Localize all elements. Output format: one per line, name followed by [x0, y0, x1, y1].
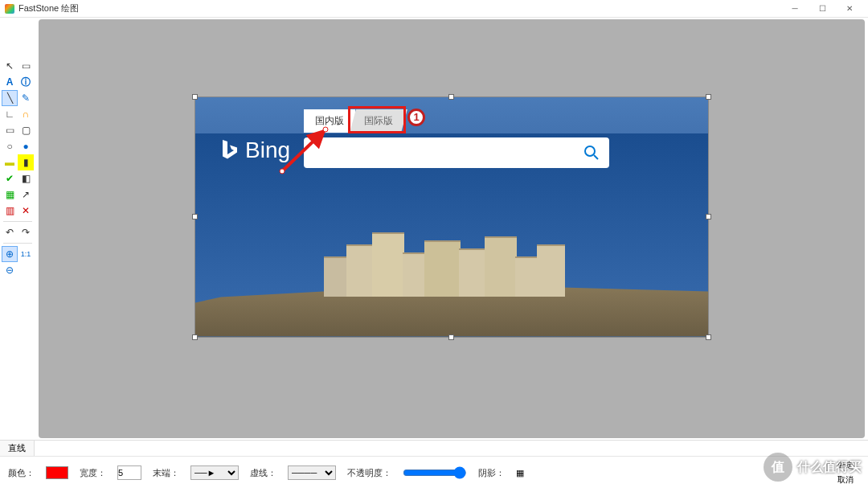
annotation-arrow [276, 121, 340, 178]
window-title: FastStone 绘图 [18, 2, 79, 14]
move-tool[interactable]: ↗ [18, 187, 34, 203]
bottom-panel: 直线 颜色： 宽度： 末端： ──► 虚线： ──── 不透明度： 阴影： ▦ … [0, 440, 868, 488]
opacity-label: 不透明度： [347, 467, 391, 479]
circle-tool[interactable]: ● [18, 138, 34, 154]
marker-tool[interactable]: ✔ [2, 170, 18, 187]
one-to-one-button[interactable]: 1:1 [18, 246, 34, 262]
svg-line-2 [282, 131, 324, 171]
line-tool[interactable]: ╲ [2, 90, 18, 106]
cap-select[interactable]: ──► [190, 465, 239, 480]
info-tool[interactable]: ⓘ [18, 74, 34, 90]
titlebar: FastStone 绘图 ─ ☐ ✕ [0, 0, 868, 18]
rect-tool[interactable]: ▭ [2, 122, 18, 138]
maximize-button[interactable]: ☐ [809, 1, 836, 17]
color-swatch[interactable] [46, 466, 68, 479]
resize-handle[interactable] [448, 94, 454, 100]
close-button[interactable]: ✕ [836, 1, 863, 17]
dash-label: 虚线： [250, 467, 276, 479]
image-tool[interactable]: ▦ [2, 187, 18, 203]
highlighter-tool[interactable]: ▬ [2, 154, 18, 170]
tab-international: 国际版 [350, 109, 407, 133]
shadow-label: 阴影： [478, 467, 505, 479]
tool-palette: ↖▭ Aⓘ ╲✎ ∟∩ ▭▢ ○● ▬▮ ✔◧ ▦↗ ▥✕ ↶↷ ⊕1:1 ⊖ [0, 18, 35, 440]
svg-line-1 [594, 155, 598, 159]
cancel-button[interactable]: 取消 [831, 474, 860, 486]
eraser-tool[interactable]: ◧ [18, 170, 34, 187]
resize-handle[interactable] [192, 94, 198, 100]
crop-tool[interactable]: ▥ [2, 203, 18, 219]
resize-handle[interactable] [192, 214, 198, 219]
zoom-out-button[interactable]: ⊖ [2, 262, 18, 278]
ellipse-tool[interactable]: ○ [2, 138, 18, 154]
width-label: 宽度： [80, 467, 106, 479]
pointer-tool[interactable]: ↖ [2, 58, 18, 74]
width-input[interactable] [117, 465, 141, 480]
resize-handle[interactable] [448, 334, 454, 340]
zoom-fit-button[interactable]: ⊕ [2, 246, 18, 262]
select-rect-tool[interactable]: ▭ [18, 58, 34, 74]
minimize-button[interactable]: ─ [781, 1, 809, 17]
svg-point-0 [585, 146, 595, 156]
resize-handle[interactable] [706, 334, 711, 340]
search-icon [583, 145, 600, 161]
bing-search-bar [304, 137, 609, 168]
rounded-rect-tool[interactable]: ▢ [18, 122, 34, 138]
ok-button[interactable]: 确定 [831, 459, 860, 472]
resize-handle[interactable] [706, 214, 711, 219]
shadow-icon[interactable]: ▦ [516, 468, 524, 478]
app-icon [5, 4, 14, 14]
resize-handle[interactable] [706, 94, 711, 100]
svg-point-4 [323, 127, 328, 132]
undo-button[interactable]: ↶ [2, 224, 18, 240]
delete-tool[interactable]: ✕ [18, 203, 34, 219]
text-tool[interactable]: A [2, 74, 18, 90]
pencil-tool[interactable]: ✎ [18, 90, 34, 106]
canvas-image: Bing 国内版 国际版 1 [195, 97, 708, 337]
svg-point-3 [280, 169, 285, 174]
dash-select[interactable]: ──── [288, 465, 336, 480]
fill-tool[interactable]: ▮ [18, 154, 34, 170]
redo-button[interactable]: ↷ [18, 224, 34, 240]
tab-line[interactable]: 直线 [0, 441, 35, 456]
resize-handle[interactable] [192, 334, 198, 340]
highlight-line-tool[interactable]: ∩ [18, 106, 34, 122]
annotation-marker-1: 1 [407, 109, 425, 126]
polyline-tool[interactable]: ∟ [2, 106, 18, 122]
color-label: 颜色： [8, 467, 35, 479]
canvas-area[interactable]: Bing 国内版 国际版 1 [39, 19, 865, 438]
bing-icon [219, 138, 239, 162]
opacity-slider[interactable] [403, 465, 467, 480]
bottom-tabbar: 直线 [0, 441, 868, 457]
selection-box[interactable]: Bing 国内版 国际版 1 [194, 96, 709, 338]
cap-label: 末端： [153, 467, 179, 479]
